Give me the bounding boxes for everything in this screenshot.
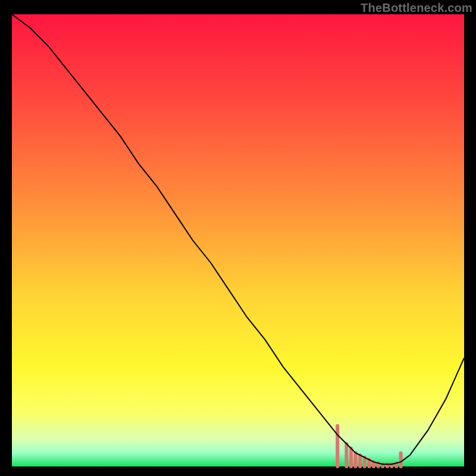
bottleneck-chart (0, 0, 476, 476)
watermark-text: TheBottleneck.com (361, 1, 472, 15)
plot-background (12, 14, 464, 466)
chart-container: TheBottleneck.com (0, 0, 476, 476)
